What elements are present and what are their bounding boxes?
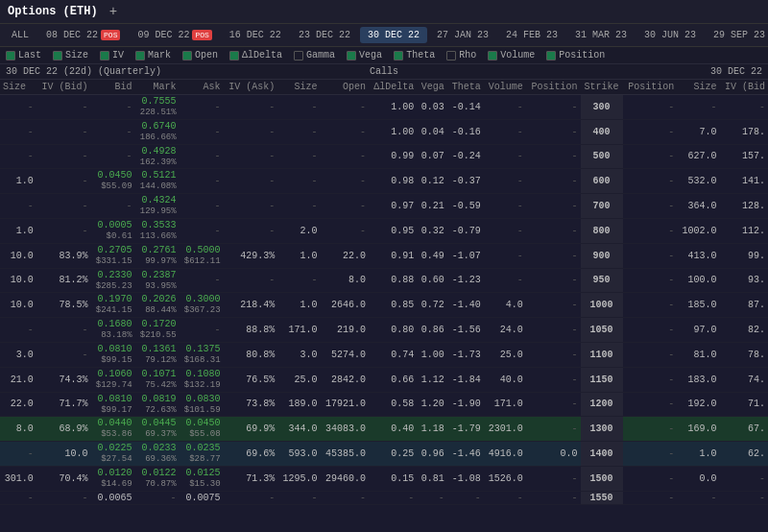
- date-tab-24-feb-23[interactable]: 24 FEB 23: [498, 27, 565, 43]
- toggle-item-rho[interactable]: Rho: [446, 50, 476, 60]
- cell-6: -: [277, 119, 320, 144]
- date-tab-09-dec-22[interactable]: 09 DEC 22POS: [130, 27, 219, 43]
- toggle-item-theta[interactable]: Theta: [394, 50, 435, 60]
- table-row[interactable]: 8.068.9%0.0440$53.860.044569.37%0.0450$5…: [0, 417, 768, 442]
- table-row[interactable]: 301.070.4%0.0120$14.690.012270.87%0.0125…: [0, 466, 768, 491]
- cell-5: -: [224, 218, 278, 243]
- date-tab-30-dec-22[interactable]: 30 DEC 22: [360, 27, 427, 43]
- table-row[interactable]: 1.0-0.0005$0.610.3533113.66%--2.0-0.950.…: [0, 218, 768, 243]
- cell-2: 0.1060$129.74: [91, 367, 135, 392]
- cell-r-1: 364.0: [677, 194, 719, 219]
- toggle-item-open[interactable]: Open: [182, 50, 218, 60]
- toggle-item-position[interactable]: Position: [546, 50, 605, 60]
- table-row[interactable]: 10.081.2%0.2330$285.230.238793.95%---8.0…: [0, 268, 768, 293]
- table-row[interactable]: 10.078.5%0.1970$241.150.202688.44%0.3000…: [0, 293, 768, 318]
- table-row[interactable]: 21.074.3%0.1060$129.740.107175.42%0.1080…: [0, 367, 768, 392]
- cell-r-1: 627.0: [677, 144, 719, 169]
- cell-11: -: [484, 243, 526, 268]
- cell-8: 0.15: [369, 466, 417, 491]
- cell-4: -: [180, 119, 224, 144]
- cell-8: 1.00: [369, 119, 417, 144]
- cell-2: 0.1970$241.15: [91, 293, 135, 318]
- cell-8: 1.00: [369, 95, 417, 120]
- cell-8: 0.25: [369, 442, 417, 467]
- cell-10: -1.90: [447, 392, 484, 417]
- date-tab-29-sep-23[interactable]: 29 SEP 23: [706, 27, 768, 43]
- table-row[interactable]: 22.071.7%0.0810$99.170.081972.63%0.0830$…: [0, 392, 768, 417]
- cell-6: -: [277, 268, 320, 293]
- toggle-item-last[interactable]: Last: [6, 50, 41, 60]
- date-tab-27-jan-23[interactable]: 27 JAN 23: [429, 27, 496, 43]
- table-header: Size IV (Bid) Bid Mark Ask IV (Ask) Size…: [0, 80, 768, 95]
- cell-12: -: [526, 392, 581, 417]
- date-tab-16-dec-22[interactable]: 16 DEC 22: [222, 27, 289, 43]
- toggle-checkbox: [488, 51, 497, 60]
- cell-5: 73.8%: [224, 392, 278, 417]
- table-row[interactable]: 3.0-0.0810$99.150.136179.12%0.1375$168.3…: [0, 342, 768, 367]
- strike-cell: 950: [581, 268, 623, 293]
- cell-3: 0.7555228.51%: [135, 95, 180, 120]
- date-tab-all[interactable]: ALL: [4, 27, 36, 43]
- table-row[interactable]: ---0.4928162.39%----0.990.07-0.24--500-6…: [0, 144, 768, 169]
- cell-r-0: -: [623, 119, 678, 144]
- date-tab-30-jun-23[interactable]: 30 JUN 23: [636, 27, 704, 43]
- toggle-item-iv[interactable]: IV: [100, 50, 124, 60]
- cell-r-1: 413.0: [677, 243, 719, 268]
- cell-6: 1.0: [277, 293, 320, 318]
- cell-7: -: [320, 119, 368, 144]
- col-iv-bid: IV (Bid): [36, 80, 91, 95]
- cell-0: 3.0: [0, 342, 36, 367]
- cell-1: -: [36, 144, 91, 169]
- section-right-label: 30 DEC 22: [510, 66, 762, 77]
- table-row[interactable]: 10.083.9%0.2705$331.150.276199.97%0.5000…: [0, 243, 768, 268]
- cell-r-2: 74.: [720, 367, 769, 392]
- strike-cell: 1500: [581, 466, 623, 491]
- cell-12: -: [526, 218, 581, 243]
- toggle-item-vega[interactable]: Vega: [347, 50, 382, 60]
- cell-4: 0.0830$101.59: [180, 392, 224, 417]
- table-row[interactable]: -10.00.0225$27.540.023369.36%0.0235$28.7…: [0, 442, 768, 467]
- cell-4: 0.5000$612.11: [180, 243, 224, 268]
- toggle-checkbox: [6, 51, 15, 60]
- cell-3: 0.1720$210.55: [135, 318, 180, 343]
- date-tab-23-dec-22[interactable]: 23 DEC 22: [291, 27, 358, 43]
- toggle-item-mark[interactable]: Mark: [135, 50, 171, 60]
- strike-cell: 700: [581, 194, 623, 219]
- cell-3: 0.5121144.08%: [135, 169, 180, 194]
- table-row[interactable]: --0.168083.18%0.1720$210.55-88.8%171.021…: [0, 318, 768, 343]
- cell-11: -: [484, 169, 526, 194]
- toggle-item-volume[interactable]: Volume: [488, 50, 535, 60]
- add-tab-button[interactable]: +: [106, 4, 121, 19]
- cell-r-1: 97.0: [677, 318, 719, 343]
- cell-r-0: -: [623, 194, 678, 219]
- cell-9: 0.07: [417, 144, 447, 169]
- cell-12: -: [526, 144, 581, 169]
- cell-8: 0.98: [369, 169, 417, 194]
- table-row[interactable]: ---0.6740186.66%----1.000.04-0.16--400-7…: [0, 119, 768, 144]
- date-tab-31-mar-23[interactable]: 31 MAR 23: [567, 27, 635, 43]
- table-row[interactable]: --0.0065-0.0075--------1550---: [0, 491, 768, 504]
- cell-0: 22.0: [0, 392, 36, 417]
- table-row[interactable]: ---0.7555228.51%----1.000.03-0.14--300--…: [0, 95, 768, 120]
- cell-1: 78.5%: [36, 293, 91, 318]
- toggle-label: Last: [18, 50, 41, 60]
- cell-1: 81.2%: [36, 268, 91, 293]
- date-tab-08-dec-22[interactable]: 08 DEC 22POS: [38, 27, 128, 43]
- cell-0: 10.0: [0, 243, 36, 268]
- date-tab-label: 16 DEC 22: [229, 30, 281, 40]
- table-row[interactable]: ---0.4324129.95%----0.970.21-0.59--700-3…: [0, 194, 768, 219]
- toggle-item-size[interactable]: Size: [53, 50, 88, 60]
- toggle-item--ldelta[interactable]: ΔlDelta: [229, 50, 282, 60]
- cell-r-0: -: [623, 218, 678, 243]
- cell-7: 22.0: [320, 243, 368, 268]
- table-body: ---0.7555228.51%----1.000.03-0.14--300--…: [0, 95, 768, 505]
- cell-3: 0.107175.42%: [135, 367, 180, 392]
- cell-r-2: 82.: [720, 318, 769, 343]
- strike-cell: 1300: [581, 417, 623, 442]
- cell-r-1: 81.0: [677, 342, 719, 367]
- cell-0: 301.0: [0, 466, 36, 491]
- table-row[interactable]: 1.0-0.0450$55.090.5121144.08%----0.980.1…: [0, 169, 768, 194]
- cell-5: -: [224, 144, 278, 169]
- cell-11: 24.0: [484, 318, 526, 343]
- toggle-item-gamma[interactable]: Gamma: [294, 50, 335, 60]
